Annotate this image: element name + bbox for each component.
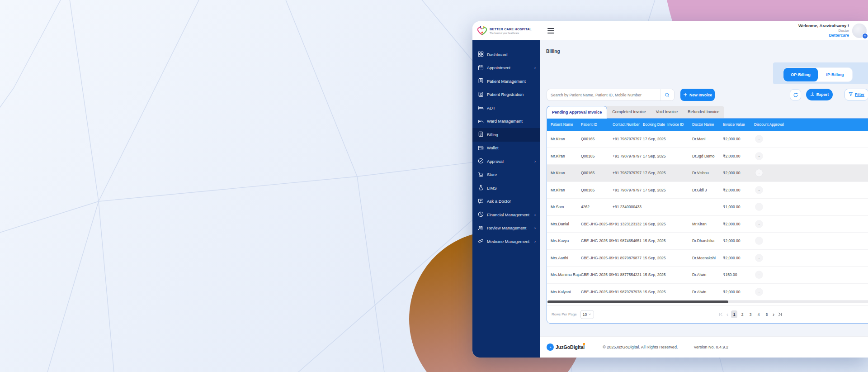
cell-doctor: Dr.Alwin — [692, 290, 723, 294]
rows-per-page-select[interactable]: 10 — [580, 310, 594, 319]
org-link[interactable]: Bettercare — [798, 33, 849, 38]
sidebar-item-label: Approval — [487, 159, 504, 164]
sidebar-item-wallet[interactable]: Wallet — [472, 142, 540, 155]
sidebar-item-ask-a-doctor[interactable]: Ask a Doctor — [472, 195, 540, 209]
cell-booking-date: 15 Sep, 2025 — [643, 290, 667, 294]
pagination-controls: ‹ 12345 › — [718, 310, 783, 318]
table-row[interactable]: Mrs.KalyaniCBE-JHG-2025-09-0+91 98797979… — [547, 284, 868, 301]
app-header: BETTER CARE HOSPITAL The heart of your h… — [472, 21, 868, 40]
screen: BETTER CARE HOSPITAL The heart of your h… — [0, 0, 868, 372]
page-title: Billing — [546, 49, 560, 54]
welcome-text: Welcome, Aravindsamy ! — [798, 23, 849, 29]
sidebar-item-appointment[interactable]: Appointment› — [472, 62, 540, 75]
sidebar-item-label: Ask a Doctor — [487, 199, 511, 204]
invoice-table-card: Patient NamePatient IDContact NumberBook… — [547, 118, 868, 324]
table-row[interactable]: Mrs.DanialCBE-JHG-2025-09-0+91 132312313… — [547, 216, 868, 233]
tab-void-invoice[interactable]: Void Invoice — [651, 106, 683, 118]
first-page-icon[interactable] — [718, 311, 724, 318]
filter-button[interactable]: Filter — [844, 89, 868, 100]
cell-patient-id: CBE-JHG-2025-09-0 — [581, 238, 613, 243]
sidebar-item-label: Ward Management — [487, 119, 523, 124]
logo-accent — [583, 343, 585, 345]
cell-contact: +91 7987979797 — [613, 137, 643, 141]
page-button-1[interactable]: 1 — [731, 310, 737, 318]
last-page-icon[interactable] — [777, 311, 783, 318]
sidebar-item-review-management[interactable]: Review Management› — [472, 222, 540, 235]
user-menu[interactable]: Welcome, Aravindsamy ! Doctor Bettercare — [798, 23, 868, 38]
cell-patient-name: Mrs.Kavya — [551, 238, 581, 243]
billing-type-toggle[interactable]: OP-BillingIP-Billing — [783, 68, 852, 81]
table-row[interactable]: Mrs.KavyaCBE-JHG-2025-09-0+91 9874654651… — [547, 233, 868, 250]
table-row[interactable]: Mrs.Manima RajanCBE-JHG-2025-09-0+91 887… — [547, 267, 868, 284]
previous-page-icon[interactable]: ‹ — [726, 311, 729, 318]
table-header-row: Patient NamePatient IDContact NumberBook… — [547, 119, 868, 131]
tab-refunded-invoice[interactable]: Refunded Invoice — [683, 106, 724, 118]
page-button-3[interactable]: 3 — [747, 310, 754, 318]
sidebar-item-lims[interactable]: LIMS — [472, 181, 540, 195]
column-header-doctor-name: Doctor Name — [692, 123, 723, 127]
export-button[interactable]: Export — [806, 89, 833, 100]
discount-approval-dash: - — [755, 220, 763, 228]
bed-icon — [478, 105, 484, 111]
refresh-button[interactable] — [790, 89, 801, 100]
table-row[interactable]: Mr.KiranQ00165+91 798797979717 Sep, 2025… — [547, 182, 868, 199]
heart-logo-icon — [477, 26, 487, 36]
sidebar-item-approval[interactable]: Approval› — [472, 155, 540, 168]
tab-completed-invoice[interactable]: Completed Invoice — [607, 106, 651, 118]
app-window: BETTER CARE HOSPITAL The heart of your h… — [472, 21, 868, 358]
cell-contact: +91 8979879877 — [613, 256, 643, 260]
table-row[interactable]: Mr.KiranQ00165+91 798797979717 Sep, 2025… — [547, 131, 868, 148]
cell-booking-date: 17 Sep, 2025 — [643, 154, 667, 158]
cell-contact: +91 7987979797 — [613, 171, 643, 175]
horizontal-scrollbar-track[interactable] — [547, 300, 868, 303]
table-row[interactable]: Mr.KiranQ00165+91 798797979717 Sep, 2025… — [547, 148, 868, 165]
cell-doctor: Dr.Meenakshi — [692, 256, 723, 260]
sidebar-item-ward-management[interactable]: Ward Management — [472, 115, 540, 129]
horizontal-scrollbar-thumb[interactable] — [547, 300, 728, 303]
sidebar-item-patient-management[interactable]: Patient Management — [472, 75, 540, 88]
cell-patient-name: Mrs.Kalyani — [551, 290, 581, 294]
new-invoice-button[interactable]: New Invoice — [680, 89, 715, 101]
cell-contact: +91 7987979797 — [613, 154, 643, 158]
search-input[interactable] — [547, 89, 660, 100]
cell-doctor: Dr.Gidi J — [692, 188, 723, 192]
discount-approval-dash: - — [755, 271, 763, 279]
hamburger-menu-icon[interactable] — [547, 28, 554, 33]
sidebar-item-store[interactable]: Store — [472, 168, 540, 182]
people-icon — [478, 225, 484, 232]
sidebar-item-adt[interactable]: ADT — [472, 101, 540, 115]
column-header-invoice-value: Invoice Value — [723, 123, 754, 127]
chevron-right-icon: › — [534, 226, 536, 230]
chevron-down-icon[interactable] — [862, 33, 868, 39]
cell-patient-id: Q00165 — [581, 188, 613, 192]
avatar[interactable] — [852, 24, 867, 38]
download-icon — [810, 92, 815, 97]
cell-patient-name: Mrs.Manima Rajan — [551, 272, 581, 277]
sidebar-item-label: Appointment — [487, 66, 510, 70]
next-page-icon[interactable]: › — [772, 311, 775, 318]
cell-patient-id: 4262 — [581, 205, 613, 209]
cell-patient-name: Mr.Kiran — [551, 188, 581, 192]
table-row[interactable]: Mr.KiranQ00165+91 798797979717 Sep, 2025… — [547, 165, 868, 182]
sidebar-item-dashboard[interactable]: Dashboard — [472, 48, 540, 62]
sidebar-item-billing[interactable]: Billing — [472, 128, 540, 142]
cell-doctor: - — [692, 205, 723, 209]
sidebar-item-patient-registration[interactable]: Patient Registration — [472, 88, 540, 102]
column-header-contact-number: Contact Number — [613, 123, 643, 127]
table-row[interactable]: Mrs.AarthiCBE-JHG-2025-09-0+91 897987987… — [547, 250, 868, 267]
table-row[interactable]: Mr.Sam4262+91 2340000433-₹1,000.00- — [547, 199, 868, 216]
cell-doctor: Mr.Kiran — [692, 222, 723, 226]
toggle-ip-billing[interactable]: IP-Billing — [818, 68, 852, 81]
page-button-2[interactable]: 2 — [739, 310, 745, 318]
cell-booking-date: 17 Sep, 2025 — [643, 188, 667, 192]
chevron-right-icon: › — [534, 239, 536, 244]
search-icon[interactable] — [660, 89, 674, 100]
tab-pending-approval-invoice[interactable]: Pending Approval Invoice — [547, 106, 607, 119]
page-button-5[interactable]: 5 — [764, 310, 770, 318]
pagination-bar: Rows Per Page 10 ‹ 12345 › — [547, 305, 868, 323]
sidebar-item-medicine-management[interactable]: Medicine Management› — [472, 235, 540, 248]
page-button-4[interactable]: 4 — [755, 310, 762, 318]
toggle-op-billing[interactable]: OP-Billing — [783, 68, 818, 81]
sidebar-item-financial-management[interactable]: Financial Management› — [472, 208, 540, 222]
column-header-booking-date: Booking Date — [643, 123, 667, 127]
